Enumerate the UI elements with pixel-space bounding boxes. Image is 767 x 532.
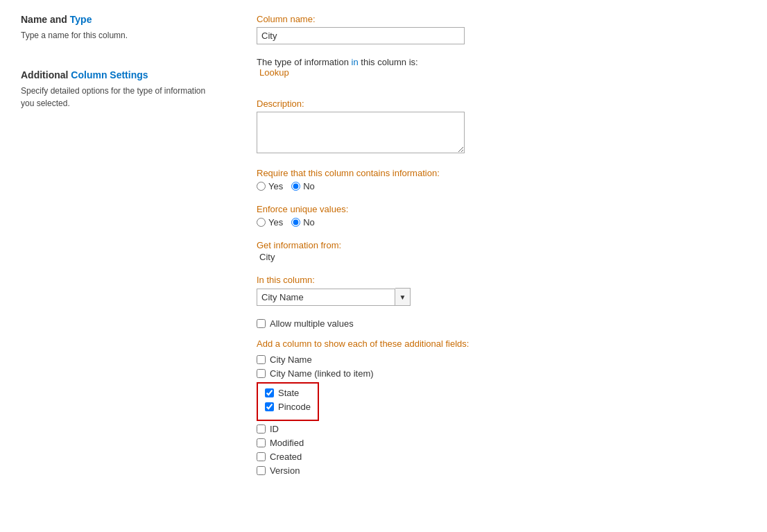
field-version-label: Version <box>270 465 300 476</box>
field-version: Version <box>257 465 746 476</box>
field-pincode-label: Pincode <box>278 402 311 412</box>
field-city-name-linked-label: City Name (linked to item) <box>270 368 374 379</box>
in-column-group: In this column: City Name State Pincode … <box>257 275 746 306</box>
require-no-label[interactable]: No <box>291 181 315 191</box>
enforce-label: Enforce unique values: <box>257 204 746 214</box>
field-city-name-checkbox[interactable] <box>257 355 266 364</box>
name-type-desc: Type a name for this column. <box>21 29 215 42</box>
column-name-input[interactable] <box>257 27 465 44</box>
field-modified: Modified <box>257 438 746 448</box>
allow-multiple-checkbox[interactable] <box>257 319 266 328</box>
left-panel: Name and Type Type a name for this colum… <box>21 14 215 488</box>
additional-settings-title: Additional Column Settings <box>21 69 215 80</box>
type-value: Lookup <box>259 67 289 78</box>
require-yes-radio[interactable] <box>257 182 266 191</box>
in-column-label: In this column: <box>257 275 746 285</box>
field-modified-checkbox[interactable] <box>257 438 266 447</box>
require-label: Require that this column contains inform… <box>257 168 746 178</box>
require-group: Require that this column contains inform… <box>257 168 746 191</box>
field-id-label: ID <box>270 424 279 434</box>
field-city-name-linked: City Name (linked to item) <box>257 368 746 379</box>
field-state-label: State <box>278 388 299 398</box>
field-pincode: Pincode <box>265 402 311 412</box>
field-pincode-checkbox[interactable] <box>265 402 274 411</box>
allow-multiple-label: Allow multiple values <box>270 318 354 329</box>
description-group: Description: <box>257 98 746 155</box>
name-type-title: Name and Type <box>21 14 215 25</box>
enforce-radio-group: Yes No <box>257 217 746 228</box>
field-version-checkbox[interactable] <box>257 466 266 475</box>
get-info-value: City <box>259 252 746 262</box>
field-id-checkbox[interactable] <box>257 424 266 434</box>
description-textarea[interactable] <box>257 112 465 153</box>
additional-fields-group: Add a column to show each of these addit… <box>257 338 746 476</box>
name-and-type-section: Name and Type Type a name for this colum… <box>21 14 215 42</box>
highlighted-fields-box: State Pincode <box>257 382 319 421</box>
field-id: ID <box>257 424 746 434</box>
field-state: State <box>265 388 311 398</box>
field-created-checkbox[interactable] <box>257 452 266 461</box>
column-name-label: Column name: <box>257 14 746 24</box>
enforce-yes-label[interactable]: Yes <box>257 217 283 228</box>
field-modified-label: Modified <box>270 438 304 448</box>
get-info-group: Get information from: City <box>257 240 746 262</box>
field-city-name: City Name <box>257 354 746 365</box>
require-yes-label[interactable]: Yes <box>257 181 283 191</box>
field-state-checkbox[interactable] <box>265 388 274 397</box>
enforce-yes-radio[interactable] <box>257 218 266 227</box>
field-created-label: Created <box>270 452 302 462</box>
add-column-label: Add a column to show each of these addit… <box>257 338 746 349</box>
description-label: Description: <box>257 98 746 109</box>
require-radio-group: Yes No <box>257 181 746 191</box>
type-info: The type of information in this column i… <box>257 57 746 78</box>
allow-multiple-group: Allow multiple values <box>257 318 746 329</box>
get-info-label: Get information from: <box>257 240 746 250</box>
in-column-select[interactable]: City Name State Pincode ID Modified Crea… <box>257 289 395 306</box>
enforce-no-radio[interactable] <box>291 218 300 227</box>
enforce-no-label[interactable]: No <box>291 217 315 228</box>
additional-settings-desc: Specify detailed options for the type of… <box>21 85 215 110</box>
require-no-radio[interactable] <box>291 182 300 191</box>
field-city-name-linked-checkbox[interactable] <box>257 369 266 378</box>
field-created: Created <box>257 452 746 462</box>
additional-column-settings-section: Additional Column Settings Specify detai… <box>21 69 215 110</box>
main-layout: Name and Type Type a name for this colum… <box>21 14 746 488</box>
in-column-dropdown-wrapper: City Name State Pincode ID Modified Crea… <box>257 288 746 306</box>
enforce-group: Enforce unique values: Yes No <box>257 204 746 228</box>
column-name-group: Column name: <box>257 14 746 44</box>
dropdown-arrow-icon[interactable]: ▼ <box>395 288 411 306</box>
field-city-name-label: City Name <box>270 354 312 365</box>
right-panel: Column name: The type of information in … <box>257 14 746 488</box>
